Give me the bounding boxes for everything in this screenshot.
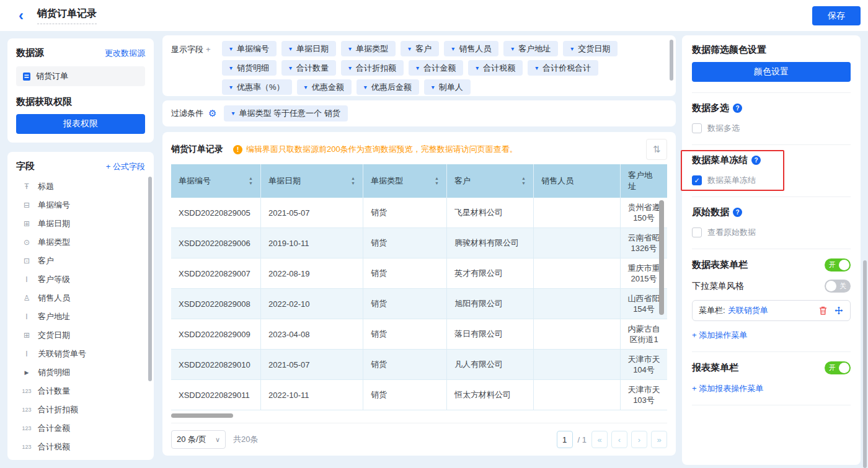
field-item-customer-level[interactable]: I客户等级 bbox=[16, 270, 145, 289]
filter-condition-chip[interactable]: ▾ 单据类型 等于任意一个 销货 bbox=[224, 105, 347, 121]
report-menubar-heading: 报表菜单栏 bbox=[692, 362, 738, 374]
checkbox-checked-icon[interactable]: ✓ bbox=[692, 175, 702, 185]
chip-discount-rate[interactable]: ▾优惠率（%） bbox=[222, 79, 292, 95]
table-panel: 销货订单记录 ! 编辑界面只取数据源前200条作为查询数据预览，完整数据请访问页… bbox=[162, 132, 676, 456]
sort-arrows-icon[interactable]: ▲▼ bbox=[431, 177, 439, 185]
help-icon[interactable]: ? bbox=[733, 208, 742, 217]
save-button[interactable]: 保存 bbox=[812, 6, 861, 25]
next-page-button[interactable]: › bbox=[631, 431, 647, 448]
field-item-customer[interactable]: ⊡客户 bbox=[16, 252, 145, 270]
table-row[interactable]: XSDD20220829007 2022-08-19 销货 英才有限公司 重庆市… bbox=[171, 258, 667, 289]
chip-discount-amount[interactable]: ▾优惠金额 bbox=[297, 79, 352, 95]
multi-select-checkbox-row[interactable]: 数据多选 bbox=[692, 123, 851, 134]
chip-order-type[interactable]: ▾单据类型 bbox=[341, 41, 396, 56]
chevron-down-icon: ∨ bbox=[215, 436, 220, 444]
report-menubar-toggle[interactable]: 开 bbox=[825, 361, 851, 374]
add-formula-field-link[interactable]: + 公式字段 bbox=[106, 161, 145, 172]
field-item-order-date[interactable]: ⊞单据日期 bbox=[16, 214, 145, 233]
column-header-order-date[interactable]: 单据日期▲▼ bbox=[261, 164, 363, 198]
field-item-total-qty[interactable]: 123合计数量 bbox=[16, 382, 145, 400]
chip-creator[interactable]: ▾制单人 bbox=[424, 79, 471, 95]
column-header-order-type[interactable]: 单据类型▲▼ bbox=[363, 164, 447, 198]
chevron-down-icon: ▾ bbox=[348, 65, 352, 71]
sort-arrows-icon[interactable]: ▲▼ bbox=[518, 177, 526, 185]
checkbox-unchecked-icon[interactable] bbox=[692, 123, 702, 133]
first-page-button[interactable]: « bbox=[591, 431, 608, 448]
last-page-button[interactable]: » bbox=[651, 431, 667, 448]
scrollbar-thumb[interactable] bbox=[171, 413, 233, 418]
chip-total-discount[interactable]: ▾合计折扣额 bbox=[341, 60, 404, 76]
window-scrollbar[interactable] bbox=[863, 260, 867, 468]
chip-delivery-date[interactable]: ▾交货日期 bbox=[563, 41, 618, 56]
chip-after-discount[interactable]: ▾优惠后金额 bbox=[356, 79, 419, 95]
chip-total-amount[interactable]: ▾合计金额 bbox=[409, 60, 463, 76]
field-item-order-type[interactable]: ⊙单据类型 bbox=[16, 233, 145, 252]
menu-item-name-link[interactable]: 关联销货单 bbox=[728, 305, 768, 316]
table-title: 销货订单记录 bbox=[171, 144, 223, 155]
add-action-menu-link[interactable]: + 添加操作菜单 bbox=[692, 330, 851, 341]
field-item-customer-address[interactable]: I客户地址 bbox=[16, 307, 145, 326]
report-permission-button[interactable]: 报表权限 bbox=[16, 114, 145, 134]
current-page-input[interactable]: 1 bbox=[557, 431, 573, 448]
field-item-total-tax[interactable]: 123合计税额 bbox=[16, 438, 145, 456]
table-vertical-scrollbar[interactable] bbox=[659, 200, 664, 315]
back-icon[interactable]: ‹ bbox=[19, 8, 24, 23]
chip-customer-address[interactable]: ▾客户地址 bbox=[503, 41, 558, 56]
table-row[interactable]: XSDD20220829008 2022-02-10 销货 旭阳有限公司 山西省… bbox=[171, 289, 667, 319]
chevron-down-icon: ▾ bbox=[476, 65, 479, 71]
filter-panel: 过滤条件 ⚙ ▾ 单据类型 等于任意一个 销货 bbox=[162, 100, 676, 126]
dropdown-style-toggle[interactable]: 关 bbox=[825, 280, 851, 293]
datasource-name: 销货订单 bbox=[36, 71, 68, 82]
change-datasource-link[interactable]: 更改数据源 bbox=[105, 48, 145, 59]
help-icon[interactable]: ? bbox=[733, 104, 742, 113]
gear-icon[interactable]: ⚙ bbox=[208, 108, 216, 119]
chip-total-incl-tax[interactable]: ▾合计价税合计 bbox=[528, 60, 598, 76]
table-row[interactable]: XSDD20220829006 2019-10-11 销货 腾骏材料有限公司 云… bbox=[171, 228, 667, 258]
table-row[interactable]: XSDD20220829005 2021-05-07 销货 飞星材料公司 贵州省… bbox=[171, 198, 667, 228]
field-item-salesperson[interactable]: ♙销售人员 bbox=[16, 289, 145, 307]
chip-total-tax[interactable]: ▾合计税额 bbox=[468, 60, 523, 76]
chevron-down-icon: ▾ bbox=[511, 46, 514, 52]
chip-sales-detail[interactable]: ▾销货明细 bbox=[222, 60, 277, 76]
page-size-select[interactable]: 20 条/页 ∨ bbox=[171, 430, 226, 449]
table-menubar-toggle[interactable]: 开 bbox=[825, 258, 851, 272]
field-item-total-amount[interactable]: 123合计金额 bbox=[16, 419, 145, 438]
add-display-field-icon[interactable]: + bbox=[206, 45, 211, 54]
trash-icon[interactable] bbox=[818, 306, 828, 316]
field-item-order-no[interactable]: ⊟单据编号 bbox=[16, 196, 145, 214]
checkbox-unchecked-icon[interactable] bbox=[692, 227, 702, 237]
field-item-sales-detail[interactable]: ▶销货明细 bbox=[16, 363, 145, 382]
chip-total-qty[interactable]: ▾合计数量 bbox=[281, 60, 336, 76]
chips-scrollbar[interactable] bbox=[670, 40, 673, 81]
column-header-customer[interactable]: 客户▲▼ bbox=[447, 164, 534, 198]
prev-page-button[interactable]: ‹ bbox=[611, 431, 627, 448]
chip-customer[interactable]: ▾客户 bbox=[401, 41, 439, 56]
color-setting-button[interactable]: 颜色设置 bbox=[692, 62, 851, 82]
column-header-customer-address[interactable]: 客户地址 bbox=[621, 164, 667, 198]
datasource-item[interactable]: 销货订单 bbox=[16, 66, 145, 86]
raw-data-checkbox-row[interactable]: 查看原始数据 bbox=[692, 227, 851, 238]
help-icon[interactable]: ? bbox=[751, 156, 761, 165]
chevron-down-icon: ▾ bbox=[231, 110, 234, 117]
move-icon[interactable] bbox=[834, 306, 844, 316]
chip-order-no[interactable]: ▾单据编号 bbox=[222, 41, 277, 56]
sort-arrows-icon[interactable]: ▲▼ bbox=[245, 177, 253, 185]
field-item-title[interactable]: Ŧ标题 bbox=[16, 177, 145, 196]
chip-order-date[interactable]: ▾单据日期 bbox=[281, 41, 336, 56]
menu-item-row[interactable]: 菜单栏: 关联销货单 bbox=[692, 300, 851, 321]
table-row[interactable]: XSDD20220829010 2021-05-07 销货 凡人有限公司 天津市… bbox=[171, 350, 667, 380]
chevron-down-icon: ▾ bbox=[416, 65, 419, 71]
fields-scrollbar[interactable] bbox=[148, 177, 152, 381]
column-header-salesperson[interactable]: 销售人员 bbox=[534, 164, 621, 198]
add-report-action-menu-link[interactable]: + 添加报表操作菜单 bbox=[692, 383, 851, 394]
sort-toggle-button[interactable]: ⇅ bbox=[646, 139, 667, 160]
field-item-related-order-no[interactable]: I关联销货单号 bbox=[16, 345, 145, 363]
sort-arrows-icon[interactable]: ▲▼ bbox=[347, 177, 355, 185]
field-item-total-discount[interactable]: 123合计折扣额 bbox=[16, 400, 145, 419]
column-header-order-no[interactable]: 单据编号▲▼ bbox=[171, 164, 261, 198]
table-row[interactable]: XSDD20220829011 2022-10-11 销货 恒太方材料公司 天津… bbox=[171, 380, 667, 410]
chip-salesperson[interactable]: ▾销售人员 bbox=[444, 41, 498, 56]
table-row[interactable]: XSDD20220829009 2023-04-08 销货 落日有限公司 内蒙古… bbox=[171, 319, 667, 350]
field-item-delivery-date[interactable]: ⊞交货日期 bbox=[16, 326, 145, 345]
menu-freeze-checkbox-row[interactable]: ✓ 数据菜单冻结 bbox=[692, 175, 851, 186]
